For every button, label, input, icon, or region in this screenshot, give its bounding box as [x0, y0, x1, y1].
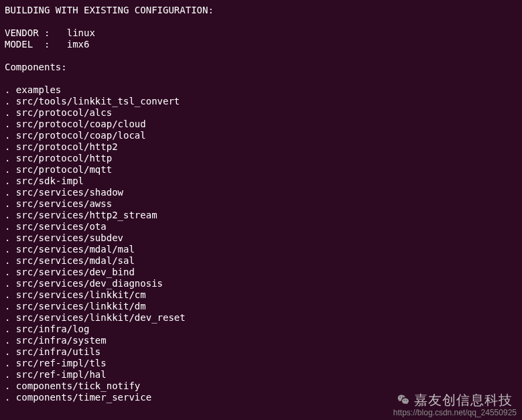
component-item: . src/protocol/http2: [5, 141, 517, 153]
build-header: BUILDING WITH EXISTING CONFIGURATION:: [5, 5, 517, 16]
component-item: . src/protocol/alcs: [5, 107, 517, 119]
component-item: . src/protocol/mqtt: [5, 164, 517, 176]
component-item: . examples: [5, 84, 517, 96]
watermark-text: 嘉友创信息科技: [414, 395, 513, 406]
component-item: . src/services/subdev: [5, 232, 517, 244]
blank-line: [5, 16, 517, 27]
components-header: Components:: [5, 62, 517, 73]
blank-line: [5, 73, 517, 84]
component-item: . src/services/shadow: [5, 187, 517, 198]
component-item: . src/protocol/coap/local: [5, 130, 517, 141]
component-item: . src/sdk-impl: [5, 176, 517, 187]
component-item: . src/protocol/coap/cloud: [5, 119, 517, 130]
component-item: . src/tools/linkkit_tsl_convert: [5, 96, 517, 107]
component-item: . src/services/linkkit/dev_reset: [5, 312, 517, 324]
model-line: MODEL : imx6: [5, 39, 517, 50]
watermark: 嘉友创信息科技: [397, 393, 513, 407]
component-item: . src/services/mdal/mal: [5, 244, 517, 255]
component-item: . src/ref-impl/hal: [5, 369, 517, 380]
component-item: . src/services/mdal/sal: [5, 255, 517, 267]
component-item: . src/services/dev_diagnosis: [5, 278, 517, 289]
component-item: . src/ref-impl/tls: [5, 358, 517, 369]
components-list: . examples. src/tools/linkkit_tsl_conver…: [5, 84, 517, 403]
component-item: . src/infra/utils: [5, 346, 517, 358]
blank-line: [5, 50, 517, 62]
component-item: . src/services/ota: [5, 221, 517, 232]
component-item: . src/protocol/http: [5, 153, 517, 164]
component-item: . src/services/awss: [5, 198, 517, 210]
component-item: . components/tick_notify: [5, 380, 517, 392]
component-item: . src/services/http2_stream: [5, 210, 517, 221]
component-item: . src/services/dev_bind: [5, 267, 517, 278]
component-item: . src/infra/log: [5, 324, 517, 335]
wechat-icon: [397, 393, 410, 407]
attribution-text: https://blog.csdn.net/qq_24550925: [393, 407, 517, 419]
vendor-line: VENDOR : linux: [5, 27, 517, 39]
component-item: . src/infra/system: [5, 335, 517, 346]
component-item: . src/services/linkkit/dm: [5, 301, 517, 312]
component-item: . src/services/linkkit/cm: [5, 289, 517, 301]
